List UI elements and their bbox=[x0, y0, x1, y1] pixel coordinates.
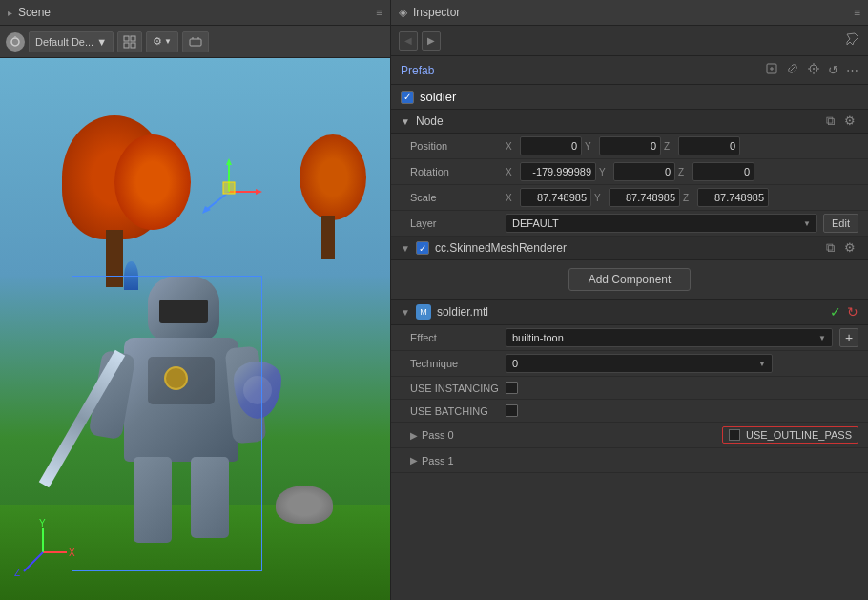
pass-0-row: ▶ Pass 0 USE_OUTLINE_PASS bbox=[391, 423, 868, 448]
rock bbox=[276, 486, 333, 524]
effect-dropdown-arrow: ▼ bbox=[818, 334, 826, 342]
rot-x-label: X bbox=[506, 167, 517, 177]
svg-rect-5 bbox=[131, 43, 135, 48]
add-component-button[interactable]: Add Component bbox=[568, 268, 692, 291]
material-icon: M bbox=[416, 304, 431, 320]
technique-row: Technique 0 ▼ bbox=[391, 351, 868, 377]
rot-x-input[interactable] bbox=[520, 162, 596, 181]
use-batching-row: USE BATCHING bbox=[391, 400, 868, 423]
svg-point-24 bbox=[813, 68, 815, 70]
prefab-locate-icon[interactable] bbox=[807, 62, 820, 78]
nav-back-button[interactable]: ◀ bbox=[399, 31, 418, 51]
effect-dropdown[interactable]: builtin-toon ▼ bbox=[506, 328, 833, 347]
scene-panel: ▸ Scene ≡ Default De... ▼ ⚙ ▼ bbox=[0, 0, 391, 600]
svg-rect-4 bbox=[124, 43, 129, 48]
pos-y-label: Y bbox=[585, 141, 596, 152]
scale-fields: X Y Z bbox=[506, 188, 858, 207]
node-name-input[interactable] bbox=[420, 90, 858, 104]
skinned-mesh-renderer-header[interactable]: ▼ cc.SkinnedMeshRenderer ⧉ ⚙ bbox=[391, 237, 868, 260]
pos-z-input[interactable] bbox=[678, 136, 740, 155]
prefab-reset-icon[interactable]: ↺ bbox=[828, 63, 838, 77]
inspector-icon: ◈ bbox=[399, 6, 407, 19]
default-de-dropdown[interactable]: Default De... ▼ bbox=[29, 31, 114, 52]
prefab-edit-icon[interactable] bbox=[765, 62, 778, 78]
effect-add-button[interactable]: + bbox=[839, 328, 858, 347]
node-settings-btn[interactable]: ⚙ bbox=[841, 114, 858, 129]
layer-edit-button[interactable]: Edit bbox=[823, 214, 858, 233]
component-copy-btn[interactable]: ⧉ bbox=[823, 240, 837, 256]
scene-panel-title: Scene bbox=[18, 6, 51, 19]
use-instancing-label: USE INSTANCING bbox=[410, 383, 506, 394]
pin-button[interactable] bbox=[845, 31, 860, 50]
scale-z-input[interactable] bbox=[697, 188, 769, 207]
tree-canopy-secondary bbox=[114, 134, 191, 230]
scale-y-input[interactable] bbox=[609, 188, 680, 207]
pass-1-arrow: ▶ bbox=[410, 455, 418, 466]
material-name: soldier.mtl bbox=[437, 305, 824, 319]
node-section-actions: ⧉ ⚙ bbox=[823, 114, 858, 129]
prefab-link-icon[interactable] bbox=[786, 62, 799, 78]
svg-rect-21 bbox=[223, 182, 235, 194]
technique-fields: 0 ▼ bbox=[506, 354, 858, 373]
scene-viewport[interactable]: X Y Z bbox=[0, 58, 390, 600]
use-instancing-checkbox[interactable] bbox=[506, 382, 518, 394]
inspector-header: ◈ Inspector ≡ bbox=[391, 0, 868, 26]
inspector-title: Inspector bbox=[413, 6, 460, 19]
use-batching-checkbox[interactable] bbox=[506, 404, 518, 417]
material-header: ▼ M soldier.mtl ✓ ↻ bbox=[391, 300, 868, 325]
scene-hamburger-menu[interactable]: ≡ bbox=[376, 6, 382, 19]
node-name-row bbox=[391, 85, 868, 110]
tree-right-trunk bbox=[321, 216, 335, 259]
svg-rect-6 bbox=[190, 39, 201, 46]
pos-y-input[interactable] bbox=[599, 136, 661, 155]
node-section-header[interactable]: ▼ Node ⧉ ⚙ bbox=[391, 110, 868, 134]
nav-forward-button[interactable]: ▶ bbox=[422, 31, 441, 51]
material-refresh-icon[interactable]: ↻ bbox=[847, 304, 858, 320]
svg-text:Z: Z bbox=[14, 568, 20, 578]
rot-z-label: Z bbox=[678, 167, 690, 177]
tree-right bbox=[295, 134, 371, 259]
technique-dropdown-arrow: ▼ bbox=[758, 360, 766, 368]
use-batching-fields bbox=[506, 404, 858, 417]
node-enabled-checkbox[interactable] bbox=[401, 91, 414, 104]
use-outline-pass-checkbox[interactable] bbox=[729, 429, 740, 441]
component-enabled-checkbox[interactable] bbox=[416, 241, 429, 255]
scene-grid-btn[interactable] bbox=[117, 31, 142, 52]
scale-x-input[interactable] bbox=[520, 188, 591, 207]
use-instancing-fields bbox=[506, 382, 858, 394]
position-fields: X Y Z bbox=[506, 136, 858, 155]
effect-row: Effect builtin-toon ▼ + bbox=[391, 325, 868, 351]
prefab-more-icon[interactable]: ⋯ bbox=[846, 63, 858, 77]
scene-settings-btn[interactable]: ⚙ ▼ bbox=[146, 31, 178, 52]
component-actions: ⧉ ⚙ bbox=[823, 240, 858, 256]
svg-marker-16 bbox=[256, 189, 262, 195]
rot-y-input[interactable] bbox=[613, 162, 675, 181]
pos-x-label: X bbox=[506, 141, 517, 152]
axis-gizmo: X Y Z bbox=[10, 519, 76, 586]
pass-1-label: ▶ Pass 1 bbox=[410, 455, 858, 466]
inspector-hamburger-menu[interactable]: ≡ bbox=[854, 6, 860, 19]
material-check-icon[interactable]: ✓ bbox=[830, 304, 841, 320]
svg-text:Y: Y bbox=[39, 519, 46, 528]
component-settings-btn[interactable]: ⚙ bbox=[841, 240, 858, 256]
scene-light-icon[interactable] bbox=[6, 32, 25, 52]
svg-rect-3 bbox=[131, 36, 135, 41]
scene-panel-icon: ▸ bbox=[8, 8, 12, 18]
scale-label: Scale bbox=[410, 192, 506, 203]
pos-x-input[interactable] bbox=[520, 136, 582, 155]
position-label: Position bbox=[410, 140, 506, 152]
svg-rect-2 bbox=[124, 36, 129, 41]
component-title: cc.SkinnedMeshRenderer bbox=[435, 241, 567, 255]
component-arrow: ▼ bbox=[401, 243, 410, 254]
pass-0-arrow: ▶ bbox=[410, 430, 418, 441]
technique-dropdown[interactable]: 0 ▼ bbox=[506, 354, 773, 373]
rotation-label: Rotation bbox=[410, 166, 506, 177]
material-actions: ✓ ↻ bbox=[830, 304, 858, 320]
scale-y-label: Y bbox=[594, 193, 606, 203]
scene-panel-header: ▸ Scene ≡ bbox=[0, 0, 390, 26]
rot-z-input[interactable] bbox=[692, 162, 754, 181]
scene-extra-btn[interactable] bbox=[182, 31, 209, 52]
node-copy-btn[interactable]: ⧉ bbox=[823, 114, 837, 129]
layer-dropdown[interactable]: DEFAULT ▼ bbox=[506, 214, 817, 233]
inspector-nav: ◀ ▶ bbox=[391, 26, 868, 56]
